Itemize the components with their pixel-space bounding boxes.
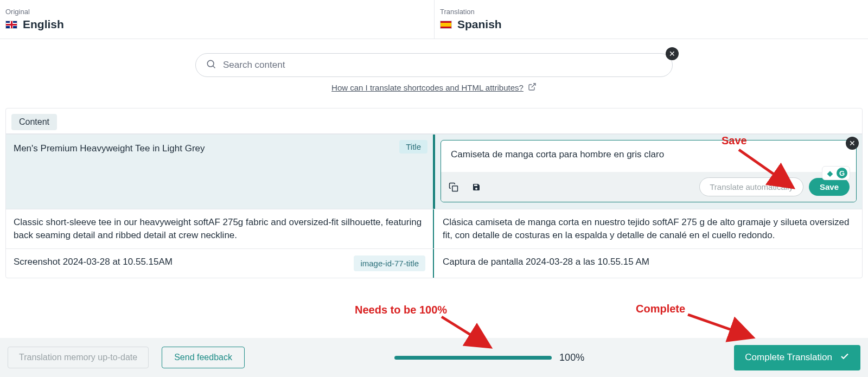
complete-button-label: Complete Translation bbox=[745, 352, 832, 363]
translation-input[interactable]: Camiseta de manga corta para hombre en g… bbox=[441, 140, 856, 172]
footer-bar: Translation memory up-to-date Send feedb… bbox=[0, 338, 868, 377]
svg-line-2 bbox=[532, 84, 535, 87]
complete-translation-button[interactable]: Complete Translation bbox=[734, 345, 860, 370]
svg-point-0 bbox=[207, 60, 214, 67]
translation-cell: Captura de pantalla 2024-03-28 a las 10.… bbox=[435, 249, 862, 278]
translation-cell: ✕ Camiseta de manga corta para hombre en… bbox=[435, 135, 862, 209]
progress-text: 100% bbox=[559, 352, 584, 363]
clear-search-icon[interactable]: ✕ bbox=[666, 47, 679, 60]
progress-indicator: 100% bbox=[394, 352, 584, 363]
save-disk-icon[interactable] bbox=[470, 181, 482, 193]
content-row-selected: Title Men's Premium Heavyweight Tee in L… bbox=[6, 134, 862, 209]
es-flag-icon bbox=[440, 21, 452, 29]
row-divider bbox=[433, 209, 434, 248]
search-icon bbox=[206, 59, 216, 72]
translation-text: Clásica camiseta de manga corta en nuest… bbox=[443, 217, 849, 240]
search-input[interactable] bbox=[223, 60, 662, 71]
original-text: Screenshot 2024-03-28 at 10.55.15AM bbox=[14, 257, 173, 267]
tab-content[interactable]: Content bbox=[11, 114, 57, 130]
translation-memory-button: Translation memory up-to-date bbox=[8, 347, 149, 368]
original-cell: Classic short-sleeve tee in our heavywei… bbox=[6, 209, 433, 248]
save-button[interactable]: Save bbox=[809, 178, 850, 196]
field-badge: Title bbox=[399, 140, 427, 154]
content-row[interactable]: image-id-77-title Screenshot 2024-03-28 … bbox=[6, 248, 862, 278]
original-lang-col: Original English bbox=[0, 0, 434, 39]
copy-original-icon[interactable] bbox=[448, 181, 459, 193]
translation-lang-name: Spanish bbox=[457, 18, 502, 31]
content-card: Content Title Men's Premium Heavyweight … bbox=[5, 108, 863, 278]
original-label: Original bbox=[5, 8, 429, 16]
original-text: Classic short-sleeve tee in our heavywei… bbox=[14, 217, 422, 240]
original-lang-name: English bbox=[23, 18, 64, 31]
translate-auto-button[interactable]: Translate automatically bbox=[699, 177, 803, 196]
plugin-icon-1[interactable]: ◆ bbox=[825, 168, 835, 178]
translation-cell: Clásica camiseta de manga corta en nuest… bbox=[435, 209, 862, 248]
plugin-badges: ◆ G bbox=[822, 166, 850, 180]
plugin-icon-2[interactable]: G bbox=[837, 168, 847, 178]
lang-header: Original English Translation Spanish bbox=[0, 0, 868, 39]
check-icon bbox=[840, 352, 850, 364]
translation-text: Captura de pantalla 2024-03-28 a las 10.… bbox=[443, 257, 649, 267]
field-badge: image-id-77-title bbox=[354, 255, 425, 271]
translation-editor: Camiseta de manga corta para hombre en g… bbox=[441, 140, 857, 202]
uk-flag-icon bbox=[5, 21, 17, 29]
original-text: Men's Premium Heavyweight Tee in Light G… bbox=[14, 143, 425, 154]
original-cell[interactable]: Title Men's Premium Heavyweight Tee in L… bbox=[6, 135, 433, 209]
external-link-icon bbox=[528, 82, 537, 93]
svg-rect-3 bbox=[452, 186, 458, 191]
svg-line-1 bbox=[213, 66, 215, 68]
row-divider bbox=[433, 249, 434, 278]
annotation-complete: Complete bbox=[636, 303, 685, 315]
translation-label: Translation bbox=[440, 8, 863, 16]
close-icon[interactable]: ✕ bbox=[846, 137, 859, 150]
send-feedback-button[interactable]: Send feedback bbox=[162, 347, 245, 368]
original-cell: image-id-77-title Screenshot 2024-03-28 … bbox=[6, 249, 433, 278]
annotation-needs: Needs to be 100% bbox=[355, 304, 447, 316]
help-link-text: How can I translate shortcodes and HTML … bbox=[331, 83, 524, 92]
content-row[interactable]: Classic short-sleeve tee in our heavywei… bbox=[6, 209, 862, 248]
svg-line-6 bbox=[688, 315, 753, 337]
help-link[interactable]: How can I translate shortcodes and HTML … bbox=[331, 82, 537, 93]
progress-bar bbox=[394, 356, 552, 360]
search-bar[interactable]: ✕ bbox=[195, 53, 673, 77]
translation-lang-col: Translation Spanish bbox=[434, 0, 868, 39]
